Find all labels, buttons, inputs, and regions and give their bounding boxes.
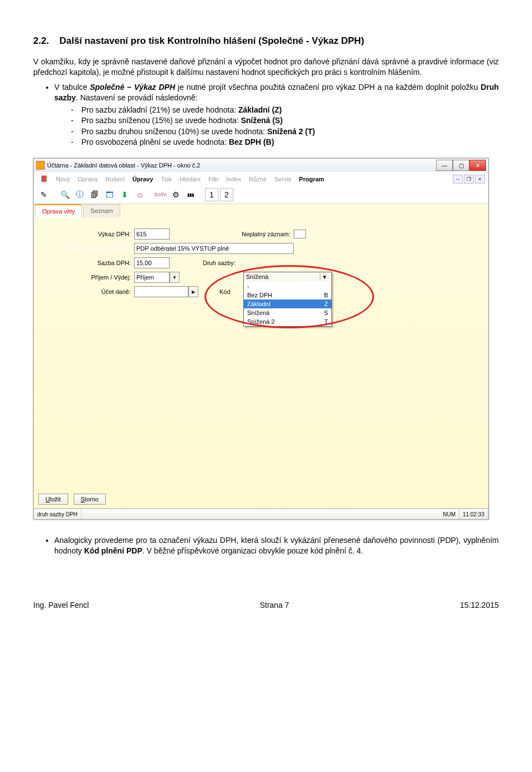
win2-button[interactable]: 2 — [220, 188, 233, 201]
input-vykaz-dph[interactable]: 615 — [134, 228, 170, 240]
bullet-text: V tabulce — [54, 83, 90, 92]
dropdown-selected: Snížená — [246, 273, 268, 281]
dropdown-item-zakladni[interactable]: ZákladníZ — [244, 299, 331, 308]
bullet-outro: Analogicky provedeme pro ta označení výk… — [54, 535, 499, 556]
sub-bullet: Pro sazbu sníženou (15%) se uvede hodnot… — [71, 115, 499, 126]
print-icon[interactable]: 🗔 — [103, 188, 116, 201]
cancel-button[interactable]: SStornotorno — [74, 494, 106, 505]
input-sazba-dph[interactable]: 15,00 — [134, 257, 170, 268]
select-prijem-vydej[interactable]: Příjem — [134, 272, 170, 283]
sub-bullet: Pro sazbu druhou sníženou (10%) se uvede… — [71, 126, 499, 138]
footer-author: Ing. Pavel Fencl — [33, 601, 89, 610]
close-button[interactable]: ✕ — [469, 160, 486, 171]
dropdown-item-bez-dph[interactable]: Bez DPHB — [244, 291, 331, 299]
menu-program[interactable]: Program — [296, 175, 328, 184]
menubar: 📕 Nový Oprava Rušení Úpravy Tisk Hledání… — [34, 172, 488, 186]
label-neplatny: Neplatný záznam: — [242, 231, 294, 237]
label-prijem-vydej: Příjem / Výdej: — [34, 274, 134, 281]
statusbar: druh sazby DPH NUM 11:02:33 — [34, 509, 488, 519]
titlebar: Účtárna - Základní datová oblast - Výkaz… — [34, 159, 488, 172]
menu-oprava[interactable]: Oprava — [74, 175, 101, 184]
toolbar: ✎ 🔍 ⓘ 🗐 🗔 ⬇ ⦸ DATA ⚙ ▮▮▮ 1 2 — [34, 186, 488, 204]
dropdown-druh-sazby[interactable]: Snížená ▾ - Bez DPHB ZákladníZ SníženáS … — [243, 272, 332, 327]
status-time: 11:02:33 — [459, 509, 488, 519]
intro-paragraph: V okamžiku, kdy je správně nastavené daň… — [33, 57, 499, 78]
menu-ruzne[interactable]: Různé — [245, 175, 270, 184]
app-window: Účtárna - Základní datová oblast - Výkaz… — [33, 158, 489, 520]
app-icon — [36, 161, 45, 170]
label-ucet-dane: Účet daně: — [34, 288, 134, 295]
dropdown-arrow-prijem[interactable]: ▼ — [170, 272, 180, 283]
input-popis[interactable]: PDP odběratel 15% VÝSTUP plně — [134, 243, 294, 254]
bullet-1: V tabulce Společné – Výkaz DPH je nutné … — [54, 82, 499, 148]
form-area: Výkaz DPH: 615 Neplatný záznam: Popis oz… — [34, 217, 488, 509]
menu-novy[interactable]: Nový — [53, 175, 73, 184]
section-heading: 2.2. Další nastavení pro tisk Kontrolníh… — [33, 35, 499, 47]
section-title: Další nastavení pro tisk Kontrolního hlá… — [59, 35, 364, 46]
label-druh-sazby: Druh sazby: — [203, 260, 239, 266]
barcode-icon[interactable]: ▮▮▮ — [184, 188, 197, 201]
footer-page: Strana 7 — [260, 601, 289, 610]
export-icon[interactable]: ⬇ — [118, 188, 131, 201]
page-footer: Ing. Pavel Fencl Strana 7 15.12.2015 — [33, 601, 499, 610]
dropdown-item-blank[interactable]: - — [244, 282, 331, 291]
mdi-close-button[interactable]: × — [475, 175, 485, 184]
section-number: 2.2. — [33, 35, 49, 46]
menu-index[interactable]: Index — [223, 175, 244, 184]
status-num: NUM — [439, 509, 459, 519]
window-title: Účtárna - Základní datová oblast - Výkaz… — [47, 162, 200, 169]
win1-button[interactable]: 1 — [205, 188, 218, 201]
status-text: druh sazby DPH — [34, 509, 81, 519]
save-button[interactable]: UUložitložit — [38, 494, 68, 505]
dropdown-item-snizena2[interactable]: Snížená 2T — [244, 317, 331, 326]
goto-button-ucet[interactable]: ▶ — [188, 286, 198, 297]
bullet-text: . Nastavení se provádí následovně: — [76, 93, 197, 102]
dropdown-item-snizena[interactable]: SníženáS — [244, 308, 331, 317]
menu-tisk[interactable]: Tisk — [157, 175, 175, 184]
footer-date: 15.12.2015 — [460, 601, 499, 610]
data-icon[interactable]: DATA — [154, 188, 167, 201]
menu-upravy[interactable]: Úpravy — [129, 175, 156, 184]
mdi-minimize-button[interactable]: – — [453, 175, 463, 184]
mdi-restore-button[interactable]: ❐ — [464, 175, 474, 184]
maximize-button[interactable]: ▢ — [453, 160, 469, 171]
sub-bullet: Pro osvobozená plnění se uvede hodnota: … — [71, 137, 499, 148]
label-sazba-dph: Sazba DPH: — [34, 260, 134, 266]
bullet-emph: Společné – Výkaz DPH — [90, 83, 175, 92]
delete-icon[interactable]: ⦸ — [133, 188, 146, 201]
tool-icon[interactable]: ⚙ — [169, 188, 182, 201]
menu-ruseni[interactable]: Rušení — [102, 175, 128, 184]
checkbox-neplatny[interactable] — [294, 230, 306, 238]
edit-icon[interactable]: ✎ — [37, 188, 50, 201]
label-popis: Popis označení výkazu: — [34, 245, 134, 252]
menu-filtr[interactable]: Filtr — [205, 175, 222, 184]
menu-hledani[interactable]: Hledání — [176, 175, 204, 184]
book-icon: 📕 — [37, 174, 52, 184]
chevron-down-icon[interactable]: ▾ — [320, 273, 329, 281]
copy-icon[interactable]: 🗐 — [88, 188, 101, 201]
search-icon[interactable]: 🔍 — [58, 188, 71, 201]
sub-bullet: Pro sazbu základní (21%) se uvede hodnot… — [71, 105, 499, 116]
minimize-button[interactable]: — — [436, 160, 453, 171]
label-kod: Kód — [219, 288, 234, 295]
bullet-text: je nutné projít všechna použitá označení… — [175, 83, 480, 92]
tab-seznam[interactable]: Seznam — [83, 204, 120, 217]
label-vykaz-dph: Výkaz DPH: — [34, 231, 134, 237]
menu-servis[interactable]: Servis — [271, 175, 295, 184]
tab-oprava-vety[interactable]: Oprava věty — [35, 204, 82, 217]
info-icon[interactable]: ⓘ — [73, 188, 86, 201]
input-ucet-dane[interactable] — [134, 286, 188, 297]
